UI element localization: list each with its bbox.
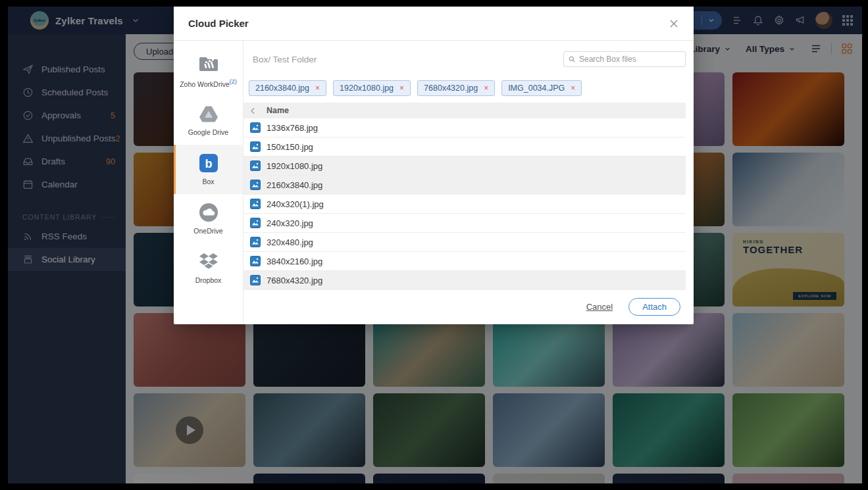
chip-label: 1920x1080.jpg [340, 84, 394, 93]
breadcrumb: Box/ Test Folder [253, 55, 317, 64]
picker-main: Box/ Test Folder 2160x3840.jpg×1920x1080… [243, 41, 694, 324]
image-file-icon [250, 218, 261, 228]
chip-remove-icon[interactable]: × [571, 84, 575, 93]
image-file-icon [250, 180, 261, 190]
chip-label: 7680x4320.jpg [424, 84, 478, 93]
modal-title: Cloud Picker [188, 18, 249, 29]
chevron-left-icon[interactable] [249, 107, 257, 115]
chip-label: 2160x3840.jpg [255, 84, 309, 93]
file-name: 2160x3840.jpg [267, 180, 322, 190]
dropbox-icon [198, 252, 219, 272]
search-box[interactable] [563, 51, 686, 67]
selected-chip: IMG_0034.JPG× [501, 80, 582, 96]
image-file-icon [250, 141, 261, 152]
search-icon [568, 55, 576, 63]
file-row[interactable]: 2160x3840.jpg [243, 176, 686, 195]
service-label: Zoho WorkDrive(2) [180, 78, 237, 88]
service-onedrive[interactable]: OneDrive [174, 194, 243, 243]
workdrive-icon [198, 54, 219, 74]
image-file-icon [250, 160, 261, 171]
selected-file-chips: 2160x3840.jpg×1920x1080.jpg×7680x4320.jp… [249, 80, 686, 96]
file-name: 240x320.jpg [267, 218, 313, 228]
modal-body: Zoho WorkDrive(2)Google DrivebBoxOneDriv… [174, 41, 694, 324]
file-row[interactable]: 1336x768.jpg [243, 118, 686, 137]
file-row[interactable]: 240x320(1).jpg [243, 195, 686, 214]
service-label: Google Drive [188, 128, 228, 136]
file-name: 240x320(1).jpg [267, 199, 324, 209]
picker-topbar: Box/ Test Folder [253, 51, 686, 67]
file-name: 7680x4320.jpg [267, 276, 322, 285]
cloud-picker-modal: Cloud Picker Zoho WorkDrive(2)Google Dri… [174, 7, 694, 324]
image-file-icon [250, 199, 261, 209]
image-file-icon [250, 237, 261, 247]
service-label: Box [202, 178, 214, 185]
service-zoho-workdrive[interactable]: Zoho WorkDrive(2) [174, 46, 243, 95]
service-box[interactable]: bBox [174, 145, 243, 194]
close-icon[interactable] [669, 18, 679, 29]
search-input[interactable] [579, 55, 681, 64]
file-name: 3840x2160.jpg [267, 257, 322, 266]
gdrive-icon [199, 104, 218, 124]
service-count: (2) [230, 78, 237, 85]
image-file-icon [250, 122, 261, 133]
file-row[interactable]: 3840x2160.jpg [243, 252, 686, 271]
service-google-drive[interactable]: Google Drive [174, 95, 243, 145]
app-window: theHIKINGTOGETHEREXPLORE NOW Zylker Zylk… [8, 7, 862, 483]
selected-chip: 2160x3840.jpg× [249, 80, 326, 96]
file-row[interactable]: 320x480.jpg [243, 233, 686, 252]
file-table-header: Name [243, 103, 686, 118]
chip-label: IMG_0034.JPG [508, 84, 565, 93]
file-name: 150x150.jpg [267, 142, 313, 152]
image-file-icon [250, 256, 261, 266]
service-dropbox[interactable]: Dropbox [174, 243, 243, 293]
chip-remove-icon[interactable]: × [315, 84, 320, 93]
service-label: OneDrive [193, 227, 222, 235]
modal-footer: Cancel Attach [586, 298, 680, 316]
file-name: 1336x768.jpg [267, 123, 318, 133]
file-row[interactable]: 7680x4320.jpg [243, 271, 686, 290]
service-label: Dropbox [195, 276, 222, 284]
file-row[interactable]: 240x320.jpg [243, 214, 686, 233]
chip-remove-icon[interactable]: × [399, 84, 404, 93]
svg-text:b: b [205, 157, 212, 170]
box-icon: b [199, 153, 218, 173]
file-name: 320x480.jpg [267, 237, 313, 247]
chip-remove-icon[interactable]: × [484, 84, 488, 93]
selected-chip: 7680x4320.jpg× [417, 80, 495, 96]
selected-chip: 1920x1080.jpg× [333, 80, 411, 96]
modal-header: Cloud Picker [174, 7, 694, 41]
cancel-button[interactable]: Cancel [586, 302, 613, 312]
file-name: 1920x1080.jpg [267, 161, 322, 171]
cloud-services-list: Zoho WorkDrive(2)Google DrivebBoxOneDriv… [174, 41, 243, 324]
onedrive-icon [199, 203, 218, 222]
image-file-icon [250, 275, 261, 285]
name-column-header[interactable]: Name [267, 106, 289, 115]
file-row[interactable]: 150x150.jpg [243, 137, 686, 157]
file-row[interactable]: 1920x1080.jpg [243, 157, 686, 176]
attach-button[interactable]: Attach [628, 298, 680, 316]
file-list: 1336x768.jpg150x150.jpg1920x1080.jpg2160… [243, 118, 686, 290]
